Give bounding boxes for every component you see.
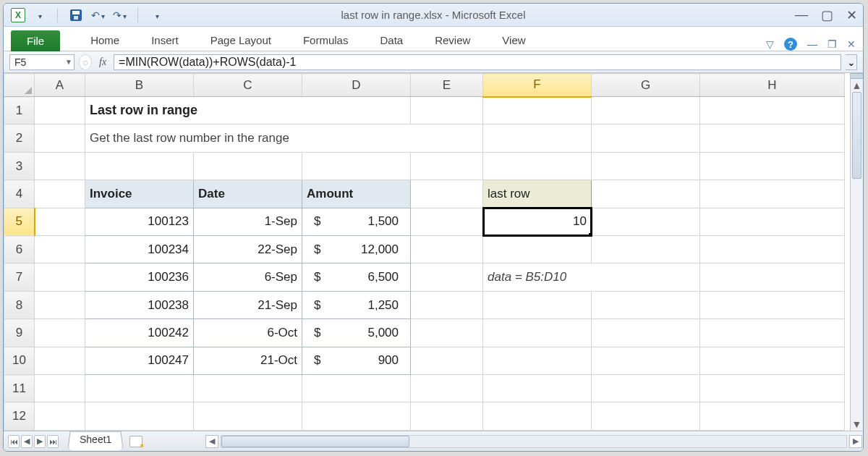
subtitle-text[interactable]: Get the last row number in the range <box>85 124 483 152</box>
vertical-scrollbar[interactable]: ▲ ▼ <box>850 73 863 431</box>
col-header[interactable]: F <box>483 74 592 97</box>
row-header[interactable]: 5 <box>4 208 35 235</box>
table-cell[interactable]: $1,500 <box>302 208 411 235</box>
excel-window: ↶ ↷ last row in range.xlsx - Microsoft E… <box>3 3 864 452</box>
row-header[interactable]: 7 <box>4 263 35 291</box>
table-cell[interactable]: 100238 <box>85 291 194 318</box>
file-tab[interactable]: File <box>11 30 60 51</box>
named-range-note[interactable]: data = B5:D10 <box>483 263 700 291</box>
tab-data[interactable]: Data <box>378 30 404 51</box>
table-cell[interactable]: 21-Oct <box>194 347 302 374</box>
maximize-icon[interactable]: ▢ <box>821 7 833 23</box>
table-cell[interactable]: 6-Oct <box>194 319 302 347</box>
row-header[interactable]: 4 <box>4 180 35 208</box>
new-sheet-button[interactable] <box>129 431 142 451</box>
ribbon-minimize-icon[interactable]: ▽ <box>766 38 774 50</box>
worksheet[interactable]: A B C D E F G H 1 Last row in range 2 <box>4 73 845 431</box>
header-invoice[interactable]: Invoice <box>85 180 194 208</box>
table-cell[interactable]: $900 <box>302 347 411 374</box>
table-cell[interactable]: $12,000 <box>302 236 411 263</box>
col-header[interactable]: E <box>411 74 483 97</box>
row-header[interactable]: 9 <box>4 319 35 347</box>
active-cell[interactable]: 10 <box>483 208 592 235</box>
table-cell[interactable]: 6-Sep <box>194 263 302 291</box>
table-cell[interactable]: $5,000 <box>302 319 411 347</box>
header-date[interactable]: Date <box>194 180 302 208</box>
tab-insert[interactable]: Insert <box>150 30 180 51</box>
workbook-close-icon[interactable]: ✕ <box>847 38 856 50</box>
table-cell[interactable]: $6,500 <box>302 263 411 291</box>
tab-page-layout[interactable]: Page Layout <box>209 30 273 51</box>
hscroll-thumb[interactable] <box>221 436 409 447</box>
row-header[interactable]: 11 <box>4 375 35 402</box>
col-header[interactable]: A <box>35 74 85 97</box>
close-icon[interactable]: ✕ <box>846 7 857 23</box>
grid: A B C D E F G H 1 Last row in range 2 <box>4 73 863 431</box>
row-header[interactable]: 3 <box>4 152 35 180</box>
table-cell[interactable]: 100242 <box>85 319 194 347</box>
scroll-down-icon[interactable]: ▼ <box>851 418 863 431</box>
formula-bar: F5 ▼ ○ fx =MIN(ROW(data))+ROWS(data)-1 ⌄ <box>4 51 863 73</box>
table-cell[interactable]: 100236 <box>85 263 194 291</box>
scroll-right-icon[interactable]: ▶ <box>849 435 862 448</box>
row-header[interactable]: 8 <box>4 291 35 318</box>
sheet-tab[interactable]: Sheet1 <box>67 431 124 451</box>
name-box-value: F5 <box>14 56 26 68</box>
col-header[interactable]: D <box>302 74 411 97</box>
table-cell[interactable]: 1-Sep <box>194 208 302 235</box>
next-sheet-icon[interactable]: ▶ <box>34 435 46 448</box>
cancel-formula-icon[interactable]: ○ <box>79 54 92 70</box>
header-amount[interactable]: Amount <box>302 180 411 208</box>
formula-text: =MIN(ROW(data))+ROWS(data)-1 <box>119 56 296 69</box>
col-header[interactable]: H <box>700 74 845 97</box>
table-cell[interactable]: 100234 <box>85 236 194 263</box>
chevron-down-icon[interactable]: ▼ <box>65 58 72 66</box>
title-text[interactable]: Last row in range <box>85 97 411 124</box>
row-header[interactable]: 10 <box>4 347 35 374</box>
row-header[interactable]: 12 <box>4 402 35 431</box>
workbook-restore-icon[interactable]: ❐ <box>827 38 837 50</box>
table-cell[interactable]: 100123 <box>85 208 194 235</box>
select-all-corner[interactable] <box>4 74 35 97</box>
scroll-thumb[interactable] <box>852 92 861 179</box>
last-sheet-icon[interactable]: ⏭ <box>47 435 59 448</box>
row-header[interactable]: 6 <box>4 236 35 263</box>
expand-formula-bar-icon[interactable]: ⌄ <box>846 54 857 70</box>
minimize-icon[interactable]: — <box>795 7 808 23</box>
tab-formulas[interactable]: Formulas <box>302 30 350 51</box>
tab-view[interactable]: View <box>501 30 527 51</box>
title-bar: ↶ ↷ last row in range.xlsx - Microsoft E… <box>4 4 863 27</box>
horizontal-scrollbar[interactable]: ◀ ▶ <box>200 431 863 451</box>
fx-label[interactable]: fx <box>96 56 109 68</box>
col-header[interactable]: G <box>592 74 700 97</box>
formula-input[interactable]: =MIN(ROW(data))+ROWS(data)-1 <box>114 54 841 70</box>
window-title: last row in range.xlsx - Microsoft Excel <box>4 9 863 21</box>
scroll-up-icon[interactable]: ▲ <box>851 79 863 92</box>
table-cell[interactable]: 22-Sep <box>194 236 302 263</box>
table-cell[interactable]: 21-Sep <box>194 291 302 318</box>
first-sheet-icon[interactable]: ⏮ <box>8 435 20 448</box>
scroll-left-icon[interactable]: ◀ <box>205 435 218 448</box>
split-handle[interactable] <box>851 73 863 79</box>
table-cell[interactable]: 100247 <box>85 347 194 374</box>
prev-sheet-icon[interactable]: ◀ <box>21 435 33 448</box>
tab-review[interactable]: Review <box>433 30 472 51</box>
result-header[interactable]: last row <box>483 180 592 208</box>
col-header[interactable]: B <box>85 74 194 97</box>
table-cell[interactable]: $1,250 <box>302 291 411 318</box>
tab-home[interactable]: Home <box>89 30 121 51</box>
help-icon[interactable]: ? <box>784 38 797 51</box>
sheet-tab-bar: ⏮ ◀ ▶ ⏭ Sheet1 ◀ ▶ <box>4 431 863 451</box>
ribbon-tabs: File Home Insert Page Layout Formulas Da… <box>4 27 863 51</box>
row-header[interactable]: 1 <box>4 97 35 124</box>
name-box[interactable]: F5 ▼ <box>9 54 75 70</box>
col-header[interactable]: C <box>194 74 302 97</box>
row-header[interactable]: 2 <box>4 124 35 152</box>
workbook-min-icon[interactable]: — <box>807 38 817 50</box>
